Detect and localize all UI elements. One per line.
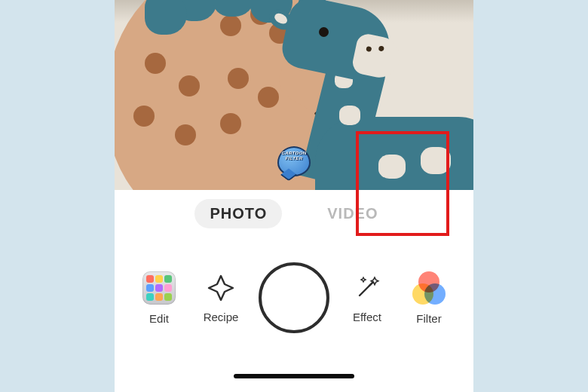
screenshot-stage: CARTOON FILTER PHOTO VIDEO Edit Recipe <box>0 0 588 392</box>
filter-button[interactable]: Filter <box>405 271 453 325</box>
svg-line-1 <box>369 282 373 286</box>
magic-wand-icon <box>352 273 382 303</box>
mode-tabs: PHOTO VIDEO <box>115 190 473 237</box>
recipe-button[interactable]: Recipe <box>197 273 245 323</box>
cartoon-filter-badge[interactable]: CARTOON FILTER <box>277 146 311 176</box>
bottom-toolbar: Edit Recipe Effect <box>115 249 473 347</box>
effect-label: Effect <box>353 311 381 323</box>
badge-text: CARTOON FILTER <box>277 151 311 161</box>
filter-label: Filter <box>416 312 441 325</box>
color-circles-icon <box>412 271 446 305</box>
phone-frame: CARTOON FILTER PHOTO VIDEO Edit Recipe <box>115 0 473 392</box>
tab-photo[interactable]: PHOTO <box>194 199 282 228</box>
shutter-button[interactable] <box>259 262 329 333</box>
camera-viewfinder[interactable]: CARTOON FILTER <box>115 0 473 190</box>
recipe-label: Recipe <box>204 311 239 323</box>
home-indicator[interactable] <box>234 374 354 378</box>
gallery-grid-icon <box>142 271 176 305</box>
sparkle-icon <box>206 273 236 303</box>
edit-button[interactable]: Edit <box>135 271 183 325</box>
effect-button[interactable]: Effect <box>343 273 391 323</box>
tab-video[interactable]: VIDEO <box>312 199 393 228</box>
edit-label: Edit <box>149 312 169 325</box>
